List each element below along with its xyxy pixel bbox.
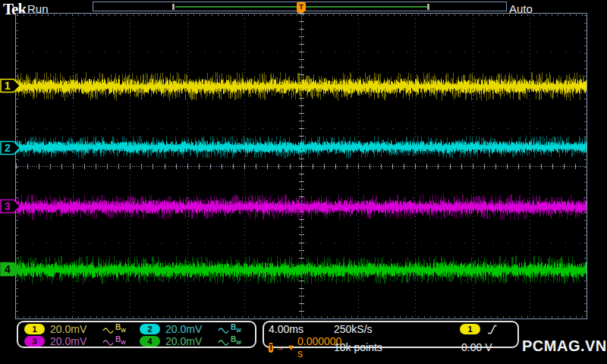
right-arrow-icon: → [276, 343, 285, 352]
channel-1-scale: 20.0mV [50, 323, 97, 335]
waveform-canvas [16, 14, 587, 318]
ac-coupling-icon [218, 326, 229, 334]
trigger-t-icon: T [269, 343, 273, 353]
trigger-source: 1 [454, 324, 513, 335]
channel-4-readout: 4 20.0mV BW [137, 335, 252, 347]
trigger-level: 0.00 V [454, 341, 513, 353]
channel-2-badge[interactable]: 2 [140, 324, 160, 334]
channel-readout-box: 1 20.0mV BW 2 20.0mV BW 3 20.0mV BW 4 20… [17, 321, 256, 348]
sample-rate: 250kS/s [334, 323, 454, 335]
record-view-bar: T [93, 2, 507, 11]
channel-marker-2[interactable]: 2 [0, 140, 21, 155]
channel-1-readout: 1 20.0mV BW [21, 323, 137, 335]
time-per-div: 4.00ms [269, 323, 334, 335]
channel-3-readout: 3 20.0mV BW [21, 335, 137, 347]
trigger-position-bar-marker[interactable]: T [297, 2, 306, 11]
channel-marker-1[interactable]: 1 [0, 78, 21, 93]
ac-coupling-icon [102, 326, 114, 334]
record-window-right-bracket [427, 4, 429, 10]
svg-text:2: 2 [5, 142, 11, 154]
svg-text:3: 3 [5, 200, 11, 212]
ac-coupling-icon [102, 338, 114, 347]
channel-2-scale: 20.0mV [165, 323, 212, 335]
down-triangle-icon: ▼ [287, 343, 295, 352]
record-length: 10k points [334, 341, 454, 353]
record-window-left-bracket [172, 4, 175, 10]
waveform-display-area [15, 13, 587, 319]
svg-text:1: 1 [5, 80, 11, 92]
ac-coupling-icon [218, 338, 229, 347]
trigger-source-badge[interactable]: 1 [460, 324, 480, 334]
channel-4-badge[interactable]: 4 [140, 336, 160, 347]
bandwidth-limit-icon: BW [115, 324, 126, 334]
bandwidth-limit-icon: BW [231, 336, 241, 347]
channel-3-scale: 20.0mV [50, 335, 97, 347]
channel-4-scale: 20.0mV [165, 335, 212, 347]
trigger-level-arrow[interactable] [577, 81, 586, 90]
trigger-position-readout: T→▼0.000000 s [269, 335, 334, 359]
watermark: PCMAG.VN [522, 337, 607, 355]
channel-2-readout: 2 20.0mV BW [137, 323, 252, 335]
channel-3-badge[interactable]: 3 [24, 336, 45, 347]
horizontal-trigger-readout-box: 4.00ms 250kS/s 1 T→▼0.000000 s 10k point… [263, 321, 519, 348]
bandwidth-limit-icon: BW [231, 324, 241, 334]
bandwidth-limit-icon: BW [115, 336, 126, 347]
channel-marker-4[interactable]: 4 [0, 262, 21, 277]
channel-1-badge[interactable]: 1 [24, 324, 45, 334]
channel-marker-3[interactable]: 3 [0, 199, 21, 214]
rising-edge-icon [486, 324, 498, 335]
svg-text:4: 4 [5, 263, 11, 275]
